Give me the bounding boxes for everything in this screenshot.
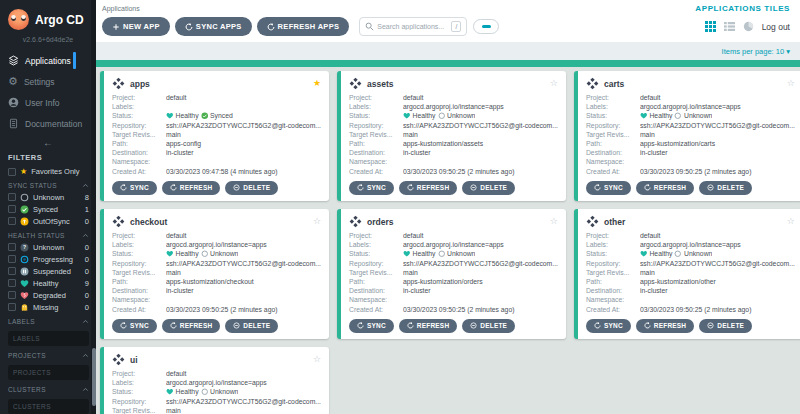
- filter-item-progressing[interactable]: Progressing0: [8, 253, 89, 265]
- refresh-icon: [644, 184, 651, 191]
- filter-checkbox[interactable]: [8, 267, 16, 275]
- chevron-up-icon[interactable]: [82, 386, 89, 393]
- app-name[interactable]: assets: [367, 79, 393, 89]
- filter-item-missing[interactable]: Missing0: [8, 301, 89, 313]
- app-name[interactable]: other: [604, 217, 625, 227]
- filter-checkbox[interactable]: [8, 243, 16, 251]
- tiles-view-icon[interactable]: [705, 21, 716, 32]
- filter-item-healthy[interactable]: Healthy9: [8, 277, 89, 289]
- card-button-label: SYNC: [130, 322, 149, 329]
- filter-item-unknown[interactable]: Unknown8: [8, 191, 89, 203]
- application-card[interactable]: apps★Project:defaultLabels:Status:Health…: [100, 71, 329, 201]
- application-card[interactable]: ui☆Project:defaultLabels:argocd.argoproj…: [100, 347, 329, 414]
- filter-checkbox[interactable]: [8, 279, 16, 287]
- star-outline-icon[interactable]: ☆: [550, 79, 558, 88]
- delete-button[interactable]: DELETE: [225, 319, 278, 333]
- refresh-button[interactable]: REFRESH: [636, 319, 694, 333]
- sidebar-item-settings[interactable]: ⚙Settings: [0, 71, 96, 92]
- filter-item-degraded[interactable]: Degraded0: [8, 289, 89, 301]
- filter-input-projects[interactable]: [8, 365, 89, 380]
- filter-checkbox[interactable]: [8, 193, 16, 201]
- filter-checkbox[interactable]: [8, 217, 16, 225]
- filter-checkbox[interactable]: [8, 205, 16, 213]
- refresh-icon: [267, 23, 275, 31]
- app-name[interactable]: ui: [130, 355, 138, 365]
- chevron-up-icon[interactable]: [82, 318, 89, 325]
- delete-button[interactable]: DELETE: [699, 181, 752, 195]
- filter-input-labels[interactable]: [8, 331, 89, 346]
- sidebar-item-user-info[interactable]: User Info: [0, 92, 96, 113]
- app-name[interactable]: carts: [604, 79, 624, 89]
- app-name[interactable]: apps: [130, 79, 150, 89]
- breadcrumb[interactable]: Applications: [102, 5, 140, 12]
- sidebar-item-applications[interactable]: Applications: [0, 50, 96, 71]
- filter-item-synced[interactable]: Synced1: [8, 203, 89, 215]
- delete-button[interactable]: DELETE: [225, 181, 278, 195]
- star-filled-icon[interactable]: ★: [313, 79, 321, 88]
- star-outline-icon[interactable]: ☆: [313, 217, 321, 226]
- application-card[interactable]: carts☆Project:defaultLabels:argocd.argop…: [574, 71, 800, 201]
- sync-button[interactable]: SYNC: [112, 319, 157, 333]
- logout-button[interactable]: Log out: [762, 22, 790, 32]
- filter-item-outofsync[interactable]: OutOfSync0: [8, 215, 89, 227]
- application-card[interactable]: checkout☆Project:defaultLabels:argocd.ar…: [100, 209, 329, 339]
- sidebar-item-documentation[interactable]: Documentation: [0, 113, 96, 134]
- application-card[interactable]: other☆Project:defaultLabels:argocd.argop…: [574, 209, 800, 339]
- sync-button[interactable]: SYNC: [586, 319, 631, 333]
- card-field-namespace: Namespace:: [112, 295, 321, 304]
- sync-button[interactable]: SYNC: [112, 181, 157, 195]
- sync-button[interactable]: SYNC: [349, 319, 394, 333]
- filter-checkbox[interactable]: [8, 303, 16, 311]
- scrollbar-thumb[interactable]: [92, 348, 96, 406]
- sidebar-scrollbar[interactable]: [91, 0, 96, 414]
- filter-item-suspended[interactable]: Suspended0: [8, 265, 89, 277]
- refresh-button[interactable]: REFRESH: [162, 181, 220, 195]
- card-field-label: Repository:: [349, 259, 403, 268]
- sidebar-collapse-button[interactable]: ←: [0, 134, 96, 150]
- star-outline-icon[interactable]: ☆: [787, 217, 795, 226]
- filter-checkbox[interactable]: [8, 255, 16, 263]
- refresh-apps-button[interactable]: REFRESH APPS: [257, 17, 350, 36]
- summary-view-icon[interactable]: [743, 21, 754, 32]
- items-per-page[interactable]: Items per page: 10 ▾: [722, 47, 790, 56]
- card-button-label: SYNC: [367, 322, 386, 329]
- sync-apps-button[interactable]: SYNC APPS: [175, 17, 252, 36]
- filter-input-clusters[interactable]: [8, 399, 89, 414]
- chevron-up-icon[interactable]: [82, 352, 89, 359]
- star-outline-icon[interactable]: ☆: [550, 217, 558, 226]
- app-name[interactable]: orders: [367, 217, 393, 227]
- sync-button[interactable]: SYNC: [586, 181, 631, 195]
- star-outline-icon[interactable]: ☆: [313, 355, 321, 364]
- new-app-button[interactable]: NEW APP: [102, 17, 170, 36]
- delete-button[interactable]: DELETE: [462, 319, 515, 333]
- app-name[interactable]: checkout: [130, 217, 167, 227]
- refresh-button[interactable]: REFRESH: [162, 319, 220, 333]
- filters-panel: FILTERS ★ Favorites Only SYNC STATUSUnkn…: [0, 153, 96, 414]
- filter-checkbox[interactable]: [8, 291, 16, 299]
- favorites-toggle[interactable]: [473, 19, 499, 34]
- delete-button[interactable]: DELETE: [699, 319, 752, 333]
- filter-item-unknown[interactable]: ?Unknown0: [8, 241, 89, 253]
- list-view-icon[interactable]: [724, 21, 735, 32]
- application-card[interactable]: assets☆Project:defaultLabels:argocd.argo…: [337, 71, 566, 201]
- filter-section-title: PROJECTS: [8, 352, 46, 359]
- card-field-path: Path:apps-kustomization/other: [586, 277, 795, 286]
- search-input[interactable]: [377, 23, 448, 30]
- favorites-checkbox[interactable]: [8, 168, 16, 176]
- card-field-label: Target Revis...: [112, 130, 166, 139]
- favorites-only-filter[interactable]: ★ Favorites Only: [8, 167, 89, 176]
- chevron-up-icon[interactable]: [82, 232, 89, 239]
- refresh-button[interactable]: REFRESH: [399, 181, 457, 195]
- refresh-button[interactable]: REFRESH: [636, 181, 694, 195]
- sync-icon: [120, 322, 127, 329]
- application-card[interactable]: orders☆Project:defaultLabels:argocd.argo…: [337, 209, 566, 339]
- chevron-up-icon[interactable]: [82, 182, 89, 189]
- refresh-button[interactable]: REFRESH: [399, 319, 457, 333]
- card-status-value: HealthyUnknown: [640, 111, 712, 120]
- health-status-text: Healthy: [176, 387, 199, 396]
- star-outline-icon[interactable]: ☆: [787, 79, 795, 88]
- logo[interactable]: Argo CD: [0, 0, 96, 33]
- sync-button[interactable]: SYNC: [349, 181, 394, 195]
- delete-button[interactable]: DELETE: [462, 181, 515, 195]
- sync-status-text: Unknown: [684, 249, 712, 258]
